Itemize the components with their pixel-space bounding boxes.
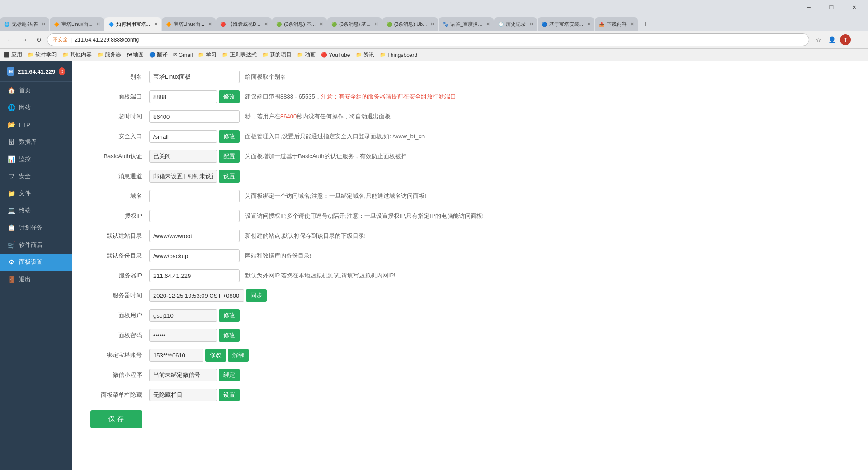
tab-close-download[interactable]: ✕ xyxy=(630,21,634,27)
server-time-label: 服务器时间 xyxy=(90,291,149,300)
tab-title-howto: 如何利用宝塔... xyxy=(116,21,150,28)
default-backup-dir-hint: 网站和数据库的备份目录! xyxy=(245,252,850,260)
bookmark-animation-label: 动画 xyxy=(305,51,316,59)
sidebar-item-database-label: 数据库 xyxy=(19,138,37,146)
server-ip-input[interactable] xyxy=(149,269,240,282)
bookmark-gmail[interactable]: ✉ Gmail xyxy=(173,52,193,58)
default-site-dir-input[interactable] xyxy=(149,230,240,242)
profile-icon[interactable]: 👤 xyxy=(826,34,837,45)
window-controls[interactable]: ─ ❐ ✕ xyxy=(798,0,864,14)
tab-close-history[interactable]: ✕ xyxy=(529,21,533,27)
bookmark-server[interactable]: 📁 服务器 xyxy=(97,51,121,59)
sidebar-item-cron-label: 计划任务 xyxy=(19,224,42,232)
tab-close-csdn1[interactable]: ✕ xyxy=(319,21,323,27)
bookmark-regex[interactable]: 📁 正则表达式 xyxy=(222,51,257,59)
map-icon: 🗺 xyxy=(127,52,132,58)
port-warning: 注意：有安全组的服务器请提前在安全组放行新端口 xyxy=(321,93,456,100)
tab-baota2[interactable]: 🔶 宝塔Linux面... ✕ xyxy=(162,17,216,31)
wechat-bind-button[interactable]: 绑定 xyxy=(219,369,240,381)
bookmark-software-study[interactable]: 📁 软件学习 xyxy=(28,51,57,59)
bookmark-youtube[interactable]: 🔴 YouTube xyxy=(321,52,350,58)
bookmark-thingsboard[interactable]: 📁 Thingsboard xyxy=(380,52,418,58)
domain-label: 域名 xyxy=(90,192,149,200)
tab-close-csdn2[interactable]: ✕ xyxy=(374,21,378,27)
save-button[interactable]: 保 存 xyxy=(90,410,142,428)
form-row-msg-channel: 消息通道 设置 xyxy=(90,170,850,183)
sidebar-item-files[interactable]: 📁 文件 xyxy=(0,185,72,202)
close-button[interactable]: ✕ xyxy=(844,0,864,14)
bookmark-new-project[interactable]: 📁 新的项目 xyxy=(262,51,292,59)
tab-csdn1[interactable]: 🟢 (3条消息) 基... ✕ xyxy=(272,17,327,31)
bookmark-news[interactable]: 📁 资讯 xyxy=(356,51,374,59)
bookmark-map[interactable]: 🗺 地图 xyxy=(127,51,144,59)
port-modify-button[interactable]: 修改 xyxy=(219,90,240,103)
panel-user-modify-button[interactable]: 修改 xyxy=(219,309,240,322)
tab-yuque[interactable]: 🌐 无标题·语雀 ✕ xyxy=(0,17,49,31)
apps-icon: ⬛ xyxy=(4,52,10,58)
safe-entry-input[interactable] xyxy=(149,130,217,143)
sidebar-item-monitor[interactable]: 📊 监控 xyxy=(0,150,72,168)
tab-baota1[interactable]: 🔶 宝塔Linux面... ✕ xyxy=(50,17,104,31)
basicauth-config-button[interactable]: 配置 xyxy=(219,150,240,163)
timeout-input[interactable] xyxy=(149,110,240,123)
tab-download[interactable]: 📥 下载内容 ✕ xyxy=(595,17,638,31)
server-time-sync-button[interactable]: 同步 xyxy=(246,289,267,302)
forward-button[interactable]: → xyxy=(18,33,31,46)
tab-title-history: 历史记录 xyxy=(506,21,526,28)
new-tab-button[interactable]: + xyxy=(638,17,653,31)
sidebar-item-terminal[interactable]: 💻 终端 xyxy=(0,202,72,219)
sidebar-item-security[interactable]: 🛡 安全 xyxy=(0,168,72,185)
alias-input[interactable] xyxy=(149,70,240,83)
tab-csdn3[interactable]: 🟢 (3条消息) Ub... ✕ xyxy=(382,17,439,31)
tab-csdn2[interactable]: 🟢 (3条消息) 基... ✕ xyxy=(327,17,382,31)
sidebar-item-panel-settings[interactable]: ⚙ 面板设置 xyxy=(0,254,72,271)
menu-hide-set-button[interactable]: 设置 xyxy=(219,389,240,401)
minimize-button[interactable]: ─ xyxy=(798,0,819,14)
bookmark-star-icon[interactable]: ☆ xyxy=(813,34,824,45)
address-bar[interactable]: 不安全 | 211.64.41.229:8888/config xyxy=(47,33,809,46)
user-avatar[interactable]: T xyxy=(840,34,851,45)
tab-howto[interactable]: 🔷 如何利用宝塔... ✕ xyxy=(104,17,161,31)
bookmark-animation[interactable]: 📁 动画 xyxy=(297,51,316,59)
tab-close-baota1[interactable]: ✕ xyxy=(96,21,100,27)
msg-channel-control: 设置 xyxy=(149,170,240,183)
safe-entry-modify-button[interactable]: 修改 xyxy=(219,130,240,143)
auth-ip-control xyxy=(149,210,240,222)
tab-close-yuque[interactable]: ✕ xyxy=(42,21,46,27)
tab-hainang[interactable]: 🔴 【海囊威视D... ✕ xyxy=(216,17,272,31)
domain-input[interactable] xyxy=(149,190,240,202)
bind-account-modify-button[interactable]: 修改 xyxy=(205,349,226,362)
bookmark-other-content[interactable]: 📁 其他内容 xyxy=(62,51,92,59)
back-button[interactable]: ← xyxy=(4,33,16,46)
default-backup-dir-input[interactable] xyxy=(149,249,240,262)
sidebar-item-appstore[interactable]: 🛒 软件商店 xyxy=(0,236,72,254)
tab-yuque2[interactable]: 🐾 语雀_百度搜... ✕ xyxy=(439,17,493,31)
tab-close-csdn3[interactable]: ✕ xyxy=(430,21,434,27)
tab-history[interactable]: 🕐 历史记录 ✕ xyxy=(494,17,537,31)
sidebar-item-ftp[interactable]: 📂 FTP xyxy=(0,116,72,133)
tab-close-hainang[interactable]: ✕ xyxy=(264,21,268,27)
sidebar-item-database[interactable]: 🗄 数据库 xyxy=(0,133,72,150)
bookmark-apps[interactable]: ⬛ 应用 xyxy=(4,51,22,59)
auth-ip-input[interactable] xyxy=(149,210,240,222)
bind-account-unbind-button[interactable]: 解绑 xyxy=(228,349,249,362)
tab-close-howto[interactable]: ✕ xyxy=(154,21,158,27)
default-backup-dir-control xyxy=(149,249,240,262)
sidebar-item-home[interactable]: 🏠 首页 xyxy=(0,82,72,99)
bookmark-study[interactable]: 📁 学习 xyxy=(198,51,217,59)
bookmark-translate[interactable]: 🔵 翻译 xyxy=(149,51,168,59)
msg-channel-set-button[interactable]: 设置 xyxy=(219,170,240,183)
tab-close-yuque2[interactable]: ✕ xyxy=(486,21,490,27)
reload-button[interactable]: ↻ xyxy=(33,33,45,46)
tab-baota3[interactable]: 🔵 基于宝塔安装... ✕ xyxy=(538,17,594,31)
port-input[interactable] xyxy=(149,90,217,103)
bookmark-thingsboard-label: Thingsboard xyxy=(387,52,418,58)
panel-password-modify-button[interactable]: 修改 xyxy=(219,329,240,342)
sidebar-item-cron[interactable]: 📋 计划任务 xyxy=(0,219,72,236)
tab-close-baota3[interactable]: ✕ xyxy=(587,21,591,27)
sidebar-item-logout[interactable]: 🚪 退出 xyxy=(0,271,72,288)
maximize-button[interactable]: ❐ xyxy=(821,0,842,14)
settings-icon[interactable]: ⋮ xyxy=(854,34,864,45)
sidebar-item-website[interactable]: 🌐 网站 xyxy=(0,99,72,116)
tab-close-baota2[interactable]: ✕ xyxy=(208,21,212,27)
